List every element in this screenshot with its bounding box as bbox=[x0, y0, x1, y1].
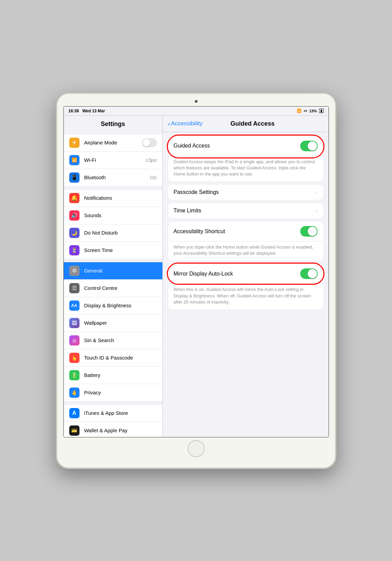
airplane-mode-toggle[interactable] bbox=[142, 138, 157, 147]
status-time-date: 16:38 Wed 13 Mar bbox=[69, 109, 105, 113]
back-label[interactable]: Accessibility bbox=[171, 120, 203, 127]
sidebar-item-privacy[interactable]: 🤚 Privacy bbox=[64, 384, 162, 402]
back-chevron-icon: ‹ bbox=[168, 120, 171, 128]
front-camera bbox=[195, 100, 198, 103]
sidebar-item-label-bluetooth: Bluetooth bbox=[84, 174, 150, 180]
sidebar-item-label-display-brightness: Display & Brightness bbox=[84, 303, 157, 308]
sidebar-item-notifications[interactable]: 🔔 Notifications bbox=[64, 189, 162, 207]
accessibility-shortcut-description: When you triple-click the Home button wh… bbox=[168, 241, 323, 261]
status-icons: 📶 ▭ 13% ▮ bbox=[297, 109, 323, 113]
notifications-icon: 🔔 bbox=[69, 193, 79, 203]
control-centre-icon: ☰ bbox=[69, 283, 79, 293]
detail-header: ‹ Accessibility Guided Access bbox=[163, 116, 329, 132]
sidebar-item-label-control-centre: Control Centre bbox=[84, 285, 157, 291]
sidebar-item-touch-id-passcode[interactable]: 👆 Touch ID & Passcode bbox=[64, 349, 162, 367]
sidebar-item-label-siri-search: Siri & Search bbox=[84, 337, 157, 343]
sidebar-section-itunes: A iTunes & App Store 💳 Wallet & Apple Pa… bbox=[64, 404, 162, 437]
passcode-settings-card: Passcode Settings › bbox=[168, 185, 323, 200]
sidebar-item-do-not-disturb[interactable]: 🌙 Do Not Disturb bbox=[64, 224, 162, 242]
mirror-display-card: Mirror Display Auto-Lock When this is on… bbox=[168, 264, 323, 309]
airplane-mode-icon: ✈ bbox=[69, 138, 79, 148]
sidebar-item-value-wifi: c3po bbox=[146, 157, 157, 163]
status-time: 16:38 bbox=[69, 109, 79, 113]
time-limits-card: Time Limits › bbox=[168, 203, 323, 218]
accessibility-shortcut-label: Accessibility Shortcut bbox=[174, 228, 300, 235]
battery-icon: 🔋 bbox=[69, 370, 79, 380]
battery-icon: ▮ bbox=[319, 109, 324, 113]
sidebar-item-screen-time[interactable]: ⏳ Screen Time bbox=[64, 242, 162, 259]
sidebar-item-label-airplane-mode: Airplane Mode bbox=[84, 140, 142, 145]
sidebar-item-sounds[interactable]: 🔊 Sounds bbox=[64, 207, 162, 224]
mirror-display-row: Mirror Display Auto-Lock bbox=[168, 264, 323, 284]
sidebar-item-label-wifi: Wi-Fi bbox=[84, 157, 146, 163]
sidebar-section-network: ✈ Airplane Mode 📶 Wi-Fi c3po 📱 Bluetooth… bbox=[64, 134, 162, 186]
status-date: Wed 13 Mar bbox=[82, 109, 105, 113]
sidebar-item-itunes-appstore[interactable]: A iTunes & App Store bbox=[64, 404, 162, 422]
passcode-settings-row[interactable]: Passcode Settings › bbox=[168, 185, 323, 200]
sidebar-item-label-itunes-appstore: iTunes & App Store bbox=[84, 410, 157, 416]
sidebar: Settings ✈ Airplane Mode 📶 Wi-Fi c3po 📱 bbox=[64, 116, 163, 437]
guided-access-card: Guided Access Guided Access keeps the iP… bbox=[168, 136, 323, 182]
guided-access-row: Guided Access bbox=[168, 136, 323, 156]
sidebar-item-label-do-not-disturb: Do Not Disturb bbox=[84, 230, 157, 236]
sidebar-item-bluetooth[interactable]: 📱 Bluetooth On bbox=[64, 169, 162, 186]
sidebar-item-label-battery: Battery bbox=[84, 372, 157, 378]
sidebar-item-label-notifications: Notifications bbox=[84, 195, 157, 201]
wifi-icon: 📶 bbox=[69, 155, 79, 165]
sidebar-item-battery[interactable]: 🔋 Battery bbox=[64, 367, 162, 384]
sidebar-item-label-sounds: Sounds bbox=[84, 212, 157, 218]
sidebar-item-siri-search[interactable]: ◎ Siri & Search bbox=[64, 332, 162, 349]
sounds-icon: 🔊 bbox=[69, 210, 79, 221]
sidebar-item-general[interactable]: ⚙ General bbox=[64, 262, 162, 280]
back-button[interactable]: ‹ Accessibility bbox=[168, 120, 203, 128]
sidebar-item-label-wallet: Wallet & Apple Pay bbox=[84, 427, 157, 433]
siri-search-icon: ◎ bbox=[69, 335, 79, 346]
main-content: Settings ✈ Airplane Mode 📶 Wi-Fi c3po 📱 bbox=[64, 116, 329, 437]
detail-panel: ‹ Accessibility Guided Access Guided Acc… bbox=[163, 116, 329, 437]
sidebar-item-wallpaper[interactable]: 🖼 Wallpaper bbox=[64, 314, 162, 332]
sidebar-item-label-general: General bbox=[84, 268, 157, 274]
general-icon: ⚙ bbox=[69, 266, 79, 276]
airplay-icon: ▭ bbox=[304, 109, 307, 113]
sidebar-item-label-privacy: Privacy bbox=[84, 390, 157, 395]
bluetooth-icon: 📱 bbox=[69, 172, 79, 183]
sidebar-item-airplane-mode[interactable]: ✈ Airplane Mode bbox=[64, 134, 162, 152]
accessibility-shortcut-row: Accessibility Shortcut bbox=[168, 222, 323, 241]
detail-title: Guided Access bbox=[203, 120, 303, 127]
sidebar-item-label-screen-time: Screen Time bbox=[84, 247, 157, 253]
time-limits-row[interactable]: Time Limits › bbox=[168, 203, 323, 218]
detail-panel-wrapper: ‹ Accessibility Guided Access Guided Acc… bbox=[163, 116, 329, 437]
wallet-icon: 💳 bbox=[69, 425, 79, 436]
wallpaper-icon: 🖼 bbox=[69, 318, 79, 328]
ipad-device: 16:38 Wed 13 Mar 📶 ▭ 13% ▮ Settings ✈ bbox=[56, 93, 336, 468]
sidebar-title: Settings bbox=[64, 116, 162, 131]
time-limits-chevron-icon: › bbox=[316, 208, 317, 214]
detail-content: Guided Access Guided Access keeps the iP… bbox=[163, 132, 329, 437]
sidebar-item-label-wallpaper: Wallpaper bbox=[84, 320, 157, 326]
sidebar-item-wallet-apple-pay[interactable]: 💳 Wallet & Apple Pay bbox=[64, 422, 162, 437]
guided-access-label: Guided Access bbox=[174, 143, 300, 149]
accessibility-shortcut-card: Accessibility Shortcut When you triple-c… bbox=[168, 222, 323, 261]
screen-time-icon: ⏳ bbox=[69, 245, 79, 255]
sidebar-section-notifications: 🔔 Notifications 🔊 Sounds 🌙 Do Not Distur… bbox=[64, 189, 162, 259]
mirror-display-toggle[interactable] bbox=[300, 268, 318, 279]
sidebar-item-control-centre[interactable]: ☰ Control Centre bbox=[64, 280, 162, 297]
wifi-icon: 📶 bbox=[297, 109, 302, 113]
passcode-settings-chevron-icon: › bbox=[316, 189, 317, 195]
privacy-icon: 🤚 bbox=[69, 388, 79, 398]
mirror-display-description: When this is on, Guided Access will mirr… bbox=[168, 284, 323, 309]
status-bar: 16:38 Wed 13 Mar 📶 ▭ 13% ▮ bbox=[64, 107, 329, 116]
sidebar-item-value-bluetooth: On bbox=[150, 174, 157, 180]
sidebar-item-display-brightness[interactable]: AA Display & Brightness bbox=[64, 297, 162, 314]
home-button[interactable] bbox=[188, 440, 205, 457]
guided-access-toggle[interactable] bbox=[300, 141, 318, 151]
touch-id-icon: 👆 bbox=[69, 353, 79, 363]
sidebar-item-wifi[interactable]: 📶 Wi-Fi c3po bbox=[64, 152, 162, 169]
mirror-display-label: Mirror Display Auto-Lock bbox=[174, 271, 300, 277]
time-limits-label: Time Limits bbox=[174, 208, 316, 214]
accessibility-shortcut-toggle[interactable] bbox=[300, 226, 318, 237]
display-brightness-icon: AA bbox=[69, 300, 79, 311]
do-not-disturb-icon: 🌙 bbox=[69, 228, 79, 238]
battery-percent: 13% bbox=[309, 109, 317, 113]
screen: 16:38 Wed 13 Mar 📶 ▭ 13% ▮ Settings ✈ bbox=[63, 106, 329, 437]
